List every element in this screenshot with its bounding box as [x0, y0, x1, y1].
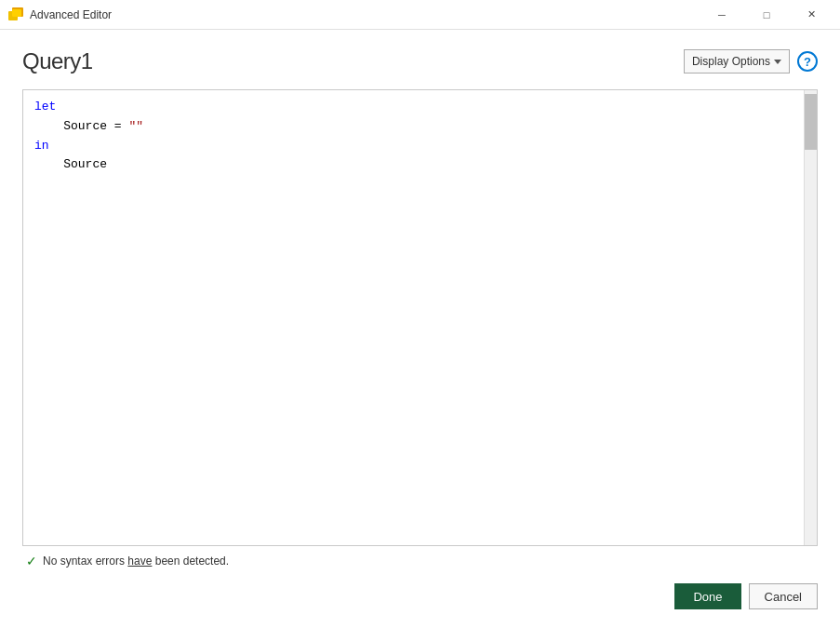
minimize-button[interactable]: ─ [700, 0, 743, 30]
cancel-button[interactable]: Cancel [749, 583, 818, 609]
status-bar: ✓ No syntax errors have been detected. [22, 546, 818, 576]
header-row: Query1 Display Options ? [22, 48, 818, 74]
title-bar: Advanced Editor ─ □ ✕ [0, 0, 840, 30]
code-line-3: in [34, 137, 793, 156]
chevron-down-icon [774, 60, 781, 64]
code-editor[interactable]: let Source = "" in Source [23, 90, 804, 545]
maximize-button[interactable]: □ [745, 0, 788, 30]
editor-container: let Source = "" in Source [22, 89, 818, 546]
app-icon [7, 7, 24, 23]
code-line-1: let [34, 98, 793, 117]
header-right: Display Options ? [684, 49, 818, 73]
close-button[interactable]: ✕ [790, 0, 833, 30]
title-bar-left: Advanced Editor [7, 7, 112, 23]
code-line-2: Source = "" [34, 117, 793, 137]
svg-rect-2 [12, 9, 21, 17]
footer-row: Done Cancel [22, 576, 818, 613]
done-button[interactable]: Done [674, 583, 740, 609]
editor-scrollbar[interactable] [804, 90, 817, 545]
status-check-icon: ✓ [26, 554, 37, 568]
display-options-label: Display Options [692, 55, 770, 68]
status-message: No syntax errors have been detected. [43, 555, 229, 568]
query-title: Query1 [22, 48, 93, 74]
title-bar-controls: ─ □ ✕ [700, 0, 833, 30]
main-content: Query1 Display Options ? let Source = ""… [0, 30, 840, 628]
display-options-button[interactable]: Display Options [684, 49, 790, 73]
title-bar-title: Advanced Editor [30, 8, 112, 21]
code-line-4: Source [34, 155, 793, 175]
help-button[interactable]: ? [797, 51, 818, 72]
scrollbar-thumb [805, 94, 817, 150]
